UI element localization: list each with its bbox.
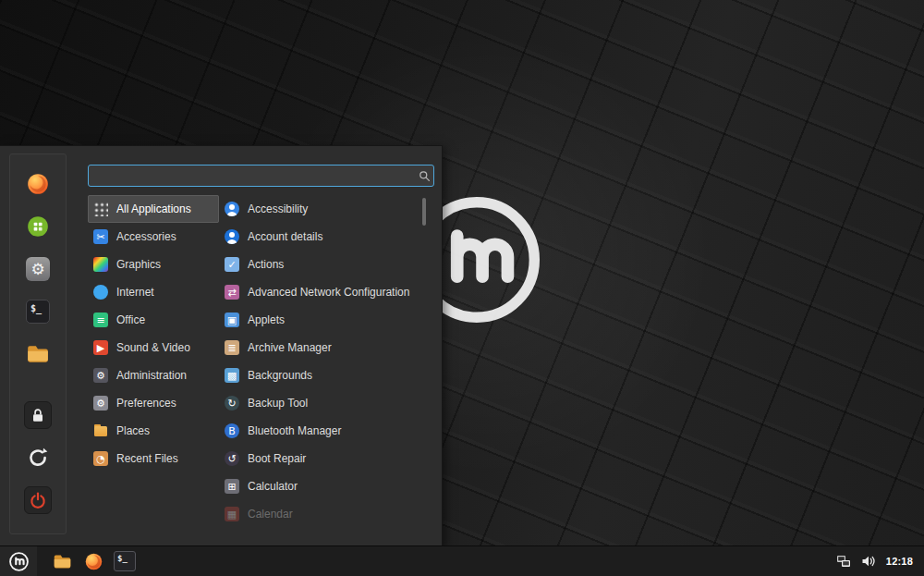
app-label: Backup Tool: [248, 397, 308, 410]
mint-menu-icon: [8, 551, 30, 572]
category-graphics[interactable]: Graphics: [88, 251, 219, 278]
taskbar-files-button[interactable]: [48, 548, 76, 574]
app-list-scrollbar[interactable]: [422, 198, 426, 226]
folder-icon: [26, 342, 50, 366]
office-icon: ≡: [93, 313, 108, 327]
category-accessories[interactable]: ✂Accessories: [88, 223, 219, 251]
app-label: Archive Manager: [248, 341, 332, 354]
app-actions[interactable]: ✓Actions: [219, 251, 417, 278]
terminal-icon: $_: [114, 551, 136, 571]
app-label: Boot Repair: [248, 452, 306, 465]
boot-repair-icon: ↺: [225, 451, 239, 466]
app-account-details[interactable]: Account details: [219, 223, 417, 251]
advanced-network-configuration-icon: ⇄: [225, 285, 239, 300]
accessories-icon: ✂: [93, 229, 108, 244]
power-icon: [29, 491, 47, 509]
category-label: Preferences: [116, 397, 176, 410]
app-calculator[interactable]: ⊞Calculator: [219, 472, 417, 500]
category-label: Accessories: [116, 230, 176, 243]
favorite-firefox[interactable]: [19, 165, 56, 202]
recent-files-icon: ◔: [93, 451, 108, 466]
app-backup-tool[interactable]: ↻Backup Tool: [219, 389, 417, 417]
bluetooth-manager-icon: B: [225, 423, 239, 438]
search-input[interactable]: [89, 169, 415, 182]
app-label: Accessibility: [248, 202, 308, 215]
app-label: Account details: [248, 230, 322, 243]
desktop: ⚙ $_: [0, 0, 924, 576]
favorite-quit[interactable]: [19, 482, 56, 519]
category-office[interactable]: ≡Office: [88, 306, 219, 334]
category-label: Internet: [116, 286, 154, 299]
terminal-icon: $_: [26, 300, 50, 324]
app-accessibility[interactable]: Accessibility: [219, 195, 417, 223]
category-list: All Applications✂AccessoriesGraphicsInte…: [88, 195, 219, 472]
app-applets[interactable]: ▣Applets: [219, 306, 417, 334]
category-preferences[interactable]: ⚙Preferences: [88, 389, 219, 417]
app-calendar[interactable]: ▦Calendar: [219, 500, 417, 528]
backgrounds-icon: ▩: [225, 368, 239, 383]
clock[interactable]: 12:18: [886, 556, 913, 567]
category-sound-video[interactable]: ▶Sound & Video: [88, 334, 219, 362]
lock-icon: [29, 406, 47, 424]
favorite-system-settings[interactable]: ⚙: [19, 251, 56, 288]
taskbar-firefox-button[interactable]: [79, 548, 107, 574]
app-label: Backgrounds: [248, 369, 312, 382]
app-archive-manager[interactable]: ≣Archive Manager: [219, 334, 417, 362]
system-tray: 12:18: [836, 555, 924, 568]
menu-popup: ⚙ $_: [0, 145, 443, 548]
taskbar-terminal-button[interactable]: $_: [111, 548, 139, 574]
firefox-icon: [26, 172, 50, 196]
app-label: Calendar: [248, 508, 293, 521]
search-bar: [88, 165, 434, 187]
all-applications-icon: [93, 202, 108, 216]
calculator-icon: ⊞: [225, 479, 239, 494]
category-label: Graphics: [116, 258, 161, 271]
accessibility-icon: [225, 202, 239, 216]
app-label: Calculator: [248, 480, 298, 493]
favorite-software-manager[interactable]: [19, 208, 56, 245]
favorite-terminal[interactable]: $_: [19, 293, 56, 330]
logout-arrow-icon: [26, 446, 50, 470]
settings-gear-icon: ⚙: [26, 257, 50, 281]
category-label: Recent Files: [116, 452, 178, 465]
app-label: Bluetooth Manager: [248, 424, 341, 437]
taskbar: $_ 12:18: [0, 545, 924, 576]
app-advanced-network-configuration[interactable]: ⇄Advanced Network Configuration: [219, 278, 417, 306]
app-label: Advanced Network Configuration: [248, 286, 409, 299]
internet-icon: [93, 285, 108, 300]
actions-icon: ✓: [225, 257, 239, 272]
category-label: Office: [116, 313, 145, 326]
category-all-applications[interactable]: All Applications: [88, 195, 219, 223]
places-icon: [93, 423, 108, 438]
account-details-icon: [225, 229, 239, 244]
sound-video-icon: ▶: [93, 340, 108, 355]
category-label: Administration: [116, 369, 187, 382]
app-label: Applets: [248, 313, 285, 326]
application-list: AccessibilityAccount details✓Actions⇄Adv…: [219, 195, 417, 533]
volume-icon[interactable]: [861, 555, 876, 568]
preferences-icon: ⚙: [93, 396, 108, 411]
category-internet[interactable]: Internet: [88, 278, 219, 306]
folder-icon: [53, 552, 72, 571]
category-administration[interactable]: ⚙Administration: [88, 362, 219, 389]
app-bluetooth-manager[interactable]: BBluetooth Manager: [219, 417, 417, 445]
app-backgrounds[interactable]: ▩Backgrounds: [219, 362, 417, 389]
app-boot-repair[interactable]: ↺Boot Repair: [219, 445, 417, 472]
app-label: Actions: [248, 258, 284, 271]
graphics-icon: [93, 257, 108, 272]
archive-manager-icon: ≣: [225, 340, 239, 355]
search-icon: [415, 170, 433, 182]
calendar-icon: ▦: [225, 507, 239, 521]
menu-button[interactable]: [0, 546, 37, 576]
favorite-log-out[interactable]: [19, 439, 56, 476]
favorite-lock-screen[interactable]: [19, 397, 56, 434]
category-places[interactable]: Places: [88, 417, 219, 445]
administration-icon: ⚙: [93, 368, 108, 383]
favorites-panel: ⚙ $_: [9, 153, 67, 534]
favorite-files[interactable]: [19, 336, 56, 373]
network-icon[interactable]: [836, 555, 851, 568]
category-label: Places: [116, 424, 150, 437]
applets-icon: ▣: [225, 313, 239, 327]
category-recent-files[interactable]: ◔Recent Files: [88, 445, 219, 472]
category-label: Sound & Video: [116, 341, 190, 354]
